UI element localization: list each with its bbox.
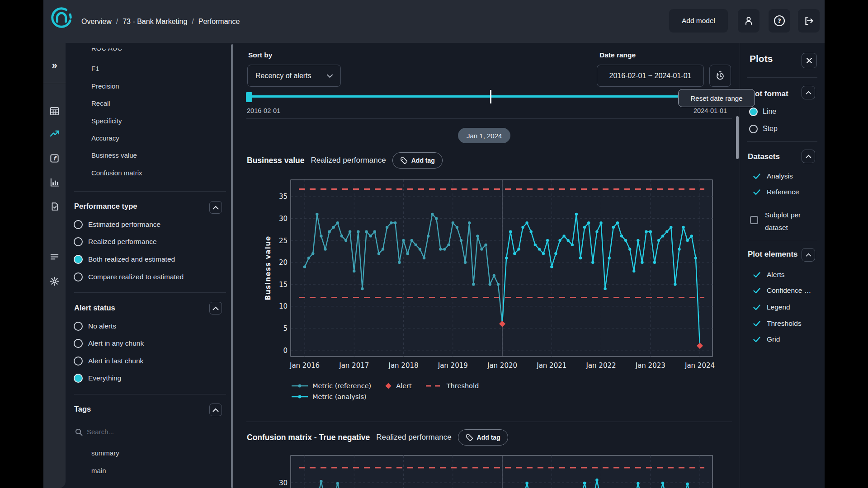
collapse-performance-type-button[interactable] bbox=[209, 201, 222, 214]
metric-item-accuracy[interactable]: Accuracy bbox=[91, 134, 119, 143]
data-point bbox=[472, 283, 475, 286]
check-element-thresholds[interactable]: Thresholds bbox=[752, 318, 814, 329]
y-axis-title: Business value bbox=[264, 236, 272, 300]
legend-item-alert[interactable]: Alert bbox=[385, 382, 412, 389]
chart2-subtitle: Realized performance bbox=[376, 433, 451, 442]
report-doc-icon[interactable] bbox=[43, 200, 66, 213]
data-point bbox=[357, 230, 359, 233]
subplot-per-dataset-checkbox[interactable] bbox=[750, 216, 758, 224]
data-point bbox=[509, 230, 512, 233]
legend-row: Metric (reference)AlertThreshold bbox=[291, 381, 492, 390]
date-slider-left-handle[interactable] bbox=[246, 92, 252, 102]
settings-gear-icon[interactable] bbox=[43, 274, 66, 288]
metric-item-confusion-matrix[interactable]: Confusion matrix bbox=[91, 169, 142, 178]
app-logo-icon[interactable] bbox=[49, 5, 74, 30]
data-point bbox=[452, 221, 454, 224]
business-value-chart[interactable]: 05101520253035Jan 2016Jan 2017Jan 2018Ja… bbox=[260, 176, 717, 377]
breadcrumb-model[interactable]: 73 - Bank Marketing bbox=[123, 18, 187, 26]
check-element-grid[interactable]: Grid bbox=[752, 333, 814, 345]
logs-list-icon[interactable] bbox=[43, 250, 66, 263]
metric-item-precision[interactable]: Precision bbox=[91, 82, 119, 91]
data-point bbox=[604, 287, 606, 290]
radio-format-step[interactable]: Step bbox=[749, 122, 778, 135]
check-element-legend[interactable]: Legend bbox=[752, 301, 814, 313]
data-point bbox=[637, 239, 639, 242]
confusion-matrix-chart[interactable]: 30 bbox=[260, 452, 717, 488]
metric-item-business-value[interactable]: Business value bbox=[91, 151, 137, 160]
data-point bbox=[661, 482, 664, 484]
main-scrollbar-thumb[interactable] bbox=[736, 116, 739, 159]
legend-item-analysis[interactable]: Metric (analysis) bbox=[291, 393, 367, 400]
radio-label: Realized performance bbox=[88, 238, 157, 246]
legend-item-reference[interactable]: Metric (reference) bbox=[291, 382, 371, 389]
chevron-down-icon bbox=[327, 74, 333, 78]
checkmark-icon bbox=[752, 188, 761, 197]
breadcrumb-overview[interactable]: Overview bbox=[81, 18, 112, 26]
radio-format-line[interactable]: Line bbox=[749, 105, 776, 118]
date-range-input[interactable]: 2016-02-01 ~ 2024-01-01 bbox=[597, 65, 704, 87]
data-point bbox=[464, 261, 467, 264]
date-slider-track[interactable] bbox=[248, 95, 731, 98]
radio-alert-alert-in-last-chunk[interactable]: Alert in last chunk bbox=[74, 355, 143, 367]
data-point bbox=[320, 480, 322, 483]
data-point bbox=[517, 248, 520, 250]
radio-alert-no-alerts[interactable]: No alerts bbox=[74, 320, 116, 333]
data-point bbox=[525, 482, 528, 484]
data-point bbox=[567, 239, 570, 242]
sidebar-scrollbar[interactable] bbox=[231, 44, 233, 488]
data-point bbox=[468, 221, 471, 224]
radio-performance-both-realized-and-estimated[interactable]: Both realized and estimated bbox=[74, 253, 175, 266]
check-dataset-analysis[interactable]: Analysis bbox=[752, 170, 793, 182]
y-tick-label: 10 bbox=[279, 302, 288, 310]
sort-by-dropdown[interactable]: Recency of alerts bbox=[247, 65, 341, 87]
check-element-confidence-bands[interactable]: Confidence bands bbox=[752, 285, 814, 296]
legend-item-threshold[interactable]: Threshold bbox=[425, 382, 479, 389]
metric-item-roc-auc[interactable]: ROC AUC bbox=[91, 48, 122, 53]
tag-item-summary[interactable]: summary bbox=[91, 449, 119, 458]
radio-selected-icon bbox=[74, 255, 83, 264]
tag-item-main[interactable]: main bbox=[91, 466, 106, 475]
metric-item-recall[interactable]: Recall bbox=[91, 99, 110, 108]
data-point bbox=[554, 252, 557, 255]
metric-item-f1[interactable]: F1 bbox=[91, 64, 99, 73]
radio-alert-everything[interactable]: Everything bbox=[74, 372, 121, 385]
radio-performance-realized-performance[interactable]: Realized performance bbox=[74, 235, 157, 248]
radio-alert-alert-in-any-chunk[interactable]: Alert in any chunk bbox=[74, 337, 144, 350]
data-point bbox=[332, 226, 335, 229]
subplot-per-dataset-label[interactable]: Subplot per dataset bbox=[765, 209, 810, 234]
reset-date-range-tooltip: Reset date range bbox=[678, 89, 755, 107]
metric-item-specificity[interactable]: Specificity bbox=[91, 117, 122, 126]
reset-date-range-button[interactable] bbox=[709, 65, 731, 87]
close-panel-button[interactable] bbox=[802, 53, 817, 68]
collapse-plot-elements-button[interactable] bbox=[802, 248, 815, 262]
help-button[interactable]: ? bbox=[769, 9, 790, 33]
tags-search-input[interactable] bbox=[86, 427, 185, 436]
radio-performance-estimated-performance[interactable]: Estimated performance bbox=[74, 218, 160, 231]
check-dataset-reference[interactable]: Reference bbox=[752, 186, 799, 198]
section-divider bbox=[74, 191, 226, 192]
add-model-button[interactable]: Add model bbox=[669, 9, 728, 33]
check-label: Legend bbox=[767, 303, 814, 311]
radio-performance-compare-realized-to-estimated[interactable]: Compare realized to estimated bbox=[74, 271, 184, 283]
collapse-datasets-button[interactable] bbox=[802, 150, 815, 163]
radio-icon bbox=[74, 272, 83, 282]
data-point bbox=[542, 252, 545, 255]
legend-line-sample bbox=[291, 394, 308, 399]
collapse-tags-button[interactable] bbox=[209, 404, 222, 416]
data-point bbox=[645, 230, 647, 233]
collapse-alert-status-button[interactable] bbox=[209, 302, 222, 314]
data-point bbox=[307, 257, 310, 259]
chart1-add-tag-button[interactable]: Add tag bbox=[392, 152, 443, 169]
data-point bbox=[571, 244, 574, 246]
data-point bbox=[583, 226, 586, 229]
chart2-add-tag-button[interactable]: Add tag bbox=[458, 429, 508, 446]
logout-button[interactable] bbox=[798, 9, 820, 33]
help-icon: ? bbox=[773, 14, 786, 27]
profile-button[interactable] bbox=[738, 9, 760, 33]
user-icon bbox=[743, 15, 754, 26]
data-point bbox=[670, 226, 672, 229]
data-point bbox=[653, 261, 656, 264]
radio-icon bbox=[74, 339, 83, 348]
check-element-alerts[interactable]: Alerts bbox=[752, 269, 814, 281]
collapse-plot-format-button[interactable] bbox=[802, 86, 815, 99]
